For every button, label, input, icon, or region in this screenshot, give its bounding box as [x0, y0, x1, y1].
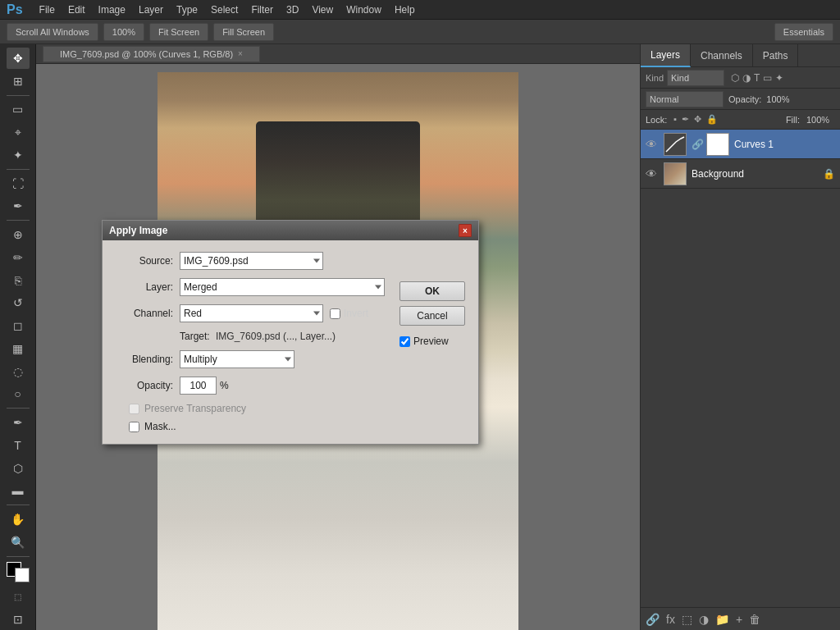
lasso-tool[interactable]: ⌖	[7, 121, 30, 143]
preview-label: Preview	[413, 336, 449, 347]
source-row: Source: IMG_7609.psd	[116, 252, 388, 270]
tab-paths[interactable]: Paths	[753, 44, 799, 67]
layer-name-curves1: Curves 1	[734, 139, 835, 150]
menu-edit[interactable]: Edit	[68, 4, 85, 16]
gradient-tool[interactable]: ▦	[7, 338, 30, 359]
menu-view[interactable]: View	[312, 4, 333, 16]
zoom-tool-btn[interactable]: 🔍	[7, 532, 30, 553]
main-layout: ✥ ⊞ ▭ ⌖ ✦ ⛶ ✒ ⊕ ✏ ⎘ ↺ ◻ ▦ ◌ ○ ✒ T ⬡ ▬ ✋ …	[0, 44, 840, 630]
lock-all-icon[interactable]: 🔒	[706, 114, 718, 125]
new-layer-icon[interactable]: +	[736, 613, 742, 626]
fit-screen-button[interactable]: Fit Screen	[149, 23, 208, 41]
menu-image[interactable]: Image	[98, 4, 126, 16]
lock-pixel-icon[interactable]: ▪	[673, 114, 677, 125]
marquee-tool[interactable]: ▭	[7, 98, 30, 120]
menu-3d[interactable]: 3D	[286, 4, 299, 16]
brush-tool[interactable]: ✏	[7, 247, 30, 268]
layer-select[interactable]: Merged	[180, 278, 385, 296]
canvas-tab[interactable]: IMG_7609.psd @ 100% (Curves 1, RGB/8) ×	[43, 46, 260, 62]
blend-mode-select[interactable]: Normal	[646, 91, 724, 107]
pen-tool[interactable]: ✒	[7, 412, 30, 433]
blending-select[interactable]: Multiply	[180, 350, 294, 368]
tab-channels[interactable]: Channels	[691, 44, 753, 67]
pixel-filter-icon[interactable]: ⬡	[731, 72, 739, 84]
layer-thumb-background	[664, 162, 687, 185]
tab-layers[interactable]: Layers	[641, 44, 691, 67]
channel-select[interactable]: Red	[180, 304, 323, 322]
menu-filter[interactable]: Filter	[251, 4, 273, 16]
scroll-all-windows-button[interactable]: Scroll All Windows	[7, 23, 98, 41]
mask-checkbox[interactable]	[129, 422, 139, 432]
layer-item-curves1[interactable]: 👁 🔗 Curves 1	[641, 130, 840, 159]
shape-filter-icon[interactable]: ▭	[763, 72, 772, 84]
target-value: IMG_7609.psd (..., Layer...)	[216, 331, 336, 342]
layer-eye-background[interactable]: 👁	[646, 167, 659, 180]
quick-mask-tool[interactable]: ⬚	[7, 586, 30, 607]
dialog-titlebar[interactable]: Apply Image ×	[103, 221, 478, 240]
eraser-tool[interactable]: ◻	[7, 315, 30, 336]
clone-tool[interactable]: ⎘	[7, 270, 30, 291]
link-icon[interactable]: 🔗	[646, 613, 660, 626]
canvas-area: IMG_7609.psd @ 100% (Curves 1, RGB/8) × …	[36, 44, 640, 630]
cancel-button[interactable]: Cancel	[399, 306, 465, 326]
adjustment-layer-icon[interactable]: ◑	[699, 613, 709, 626]
blur-tool[interactable]: ◌	[7, 361, 30, 382]
fill-value: 100%	[806, 115, 835, 125]
layer-chain-curves1: 🔗	[692, 139, 701, 150]
ok-button[interactable]: OK	[399, 281, 465, 301]
menu-help[interactable]: Help	[395, 4, 415, 16]
smart-filter-icon[interactable]: ✦	[775, 72, 783, 84]
source-select[interactable]: IMG_7609.psd	[180, 252, 323, 270]
layer-item-background[interactable]: 👁 Background 🔒	[641, 159, 840, 189]
text-tool[interactable]: T	[7, 435, 30, 456]
dialog-close-button[interactable]: ×	[459, 224, 472, 237]
dodge-tool[interactable]: ○	[7, 383, 30, 404]
screen-mode-tool[interactable]: ⊡	[7, 609, 30, 630]
canvas-tab-close[interactable]: ×	[238, 49, 243, 58]
hand-tool[interactable]: ✋	[7, 509, 30, 530]
path-tool[interactable]: ⬡	[7, 458, 30, 479]
lock-brush-icon[interactable]: ✒	[682, 114, 689, 125]
delete-layer-icon[interactable]: 🗑	[749, 613, 760, 626]
crop-tool[interactable]: ⛶	[7, 173, 30, 194]
layer-row: Layer: Merged	[116, 278, 388, 296]
zoom-button[interactable]: 100%	[103, 23, 144, 41]
folder-icon[interactable]: 📁	[715, 613, 729, 626]
layer-eye-curves1[interactable]: 👁	[646, 138, 659, 151]
menu-layer[interactable]: Layer	[139, 4, 163, 16]
opacity-value-layers: 100%	[766, 94, 795, 104]
kind-select-wrapper: Kind	[667, 70, 724, 86]
healing-tool[interactable]: ⊕	[7, 224, 30, 245]
add-mask-icon[interactable]: ⬚	[682, 613, 692, 626]
text-filter-icon[interactable]: T	[754, 72, 760, 84]
foreground-background-colors[interactable]	[7, 562, 30, 583]
adjustment-filter-icon[interactable]: ◑	[742, 72, 751, 84]
channel-row: Channel: Red Invert	[116, 304, 388, 322]
shape-tool[interactable]: ▬	[7, 480, 30, 501]
preserve-transparency-row: Preserve Transparency	[116, 403, 388, 414]
ps-logo: Ps	[7, 2, 23, 17]
kind-select[interactable]: Kind	[667, 70, 724, 86]
history-tool[interactable]: ↺	[7, 292, 30, 313]
canvas-content: Apply Image × Source: IMG_7609.psd	[36, 64, 640, 630]
workspace-button[interactable]: Essentials	[774, 23, 833, 41]
preview-checkbox[interactable]	[399, 336, 410, 347]
opacity-input[interactable]	[180, 377, 217, 395]
kind-label: Kind	[646, 73, 664, 83]
artboard-tool[interactable]: ⊞	[7, 71, 30, 92]
canvas-tab-bar: IMG_7609.psd @ 100% (Curves 1, RGB/8) ×	[36, 44, 640, 64]
menu-window[interactable]: Window	[346, 4, 381, 16]
move-tool[interactable]: ✥	[7, 48, 30, 69]
eyedropper-tool[interactable]: ✒	[7, 195, 30, 217]
lock-move-icon[interactable]: ✥	[694, 114, 701, 125]
menu-select[interactable]: Select	[211, 4, 238, 16]
layer-lock-background: 🔒	[823, 168, 835, 180]
preserve-transparency-checkbox[interactable]	[129, 404, 139, 414]
magic-wand-tool[interactable]: ✦	[7, 144, 30, 166]
menu-file[interactable]: File	[39, 4, 55, 16]
fill-screen-button[interactable]: Fill Screen	[213, 23, 274, 41]
fx-icon[interactable]: fx	[666, 613, 675, 626]
mask-label[interactable]: Mask...	[144, 421, 176, 432]
menu-type[interactable]: Type	[176, 4, 198, 16]
invert-checkbox[interactable]	[330, 308, 340, 319]
